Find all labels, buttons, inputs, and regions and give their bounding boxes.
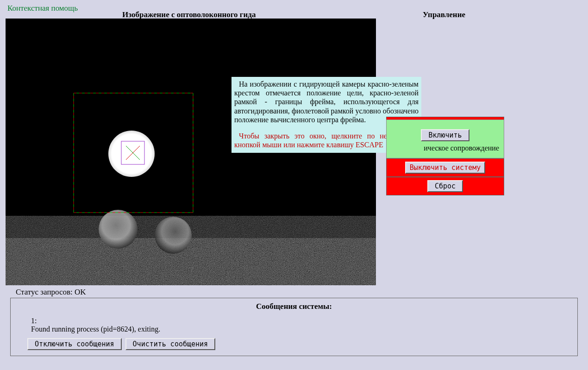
message-text: Found running process (pid=8624), exitin… xyxy=(31,325,570,333)
svg-point-4 xyxy=(99,210,138,249)
shutdown-button[interactable]: Выключить систему xyxy=(405,162,486,174)
enable-button[interactable]: Включить xyxy=(421,129,469,141)
message-entry: 1: Found running process (pid=8624), exi… xyxy=(31,317,570,333)
messages-panel: Сообщения системы: 1: Found running proc… xyxy=(10,298,578,356)
svg-point-5 xyxy=(155,217,192,254)
message-number: 1: xyxy=(31,317,570,325)
reset-button[interactable]: Сброс xyxy=(427,180,463,192)
control-panel: Включить ическое сопровождение Выключить… xyxy=(386,117,504,195)
image-title: Изображение с оптоволоконного гида xyxy=(122,10,256,19)
status-line: Статус запросов: OK xyxy=(16,288,86,297)
control-title: Управление xyxy=(423,10,465,19)
context-help-link[interactable]: Контекстная помощь xyxy=(7,4,78,13)
messages-title: Сообщения системы: xyxy=(18,302,570,311)
svg-point-3 xyxy=(108,131,155,177)
disable-messages-button[interactable]: Отключить сообщения xyxy=(27,338,122,350)
clear-messages-button[interactable]: Очистить сообщения xyxy=(125,338,216,350)
auto-track-label: ическое сопровождение xyxy=(424,144,499,152)
